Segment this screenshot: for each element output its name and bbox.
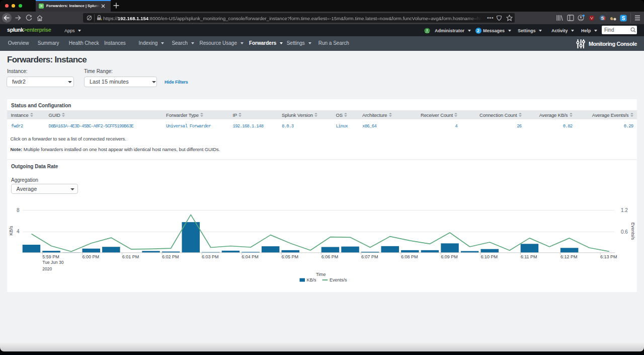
svg-text:Events/s: Events/s bbox=[630, 223, 635, 240]
svg-text:6:00 PM: 6:00 PM bbox=[83, 254, 100, 259]
svg-text:6:13 PM: 6:13 PM bbox=[600, 254, 617, 259]
svg-text:Time: Time bbox=[316, 272, 326, 277]
svg-text:0.6: 0.6 bbox=[621, 229, 628, 235]
svg-text:5:59 PM: 5:59 PM bbox=[42, 254, 59, 259]
svg-text:6:02 PM: 6:02 PM bbox=[162, 254, 179, 259]
svg-text:1.2: 1.2 bbox=[621, 207, 628, 213]
svg-text:Tue Jun 30: Tue Jun 30 bbox=[42, 260, 63, 265]
svg-text:6:12 PM: 6:12 PM bbox=[560, 254, 578, 259]
svg-text:6:07 PM: 6:07 PM bbox=[361, 254, 378, 259]
svg-text:6:05 PM: 6:05 PM bbox=[282, 254, 299, 259]
svg-text:6:09 PM: 6:09 PM bbox=[441, 254, 458, 259]
svg-text:4: 4 bbox=[17, 229, 20, 234]
svg-text:8: 8 bbox=[17, 207, 20, 213]
svg-text:KB/s: KB/s bbox=[307, 277, 317, 282]
svg-text:S: S bbox=[622, 15, 625, 21]
svg-text:S: S bbox=[601, 16, 604, 21]
svg-text:6:01 PM: 6:01 PM bbox=[122, 254, 139, 259]
svg-text:6:11 PM: 6:11 PM bbox=[521, 254, 537, 259]
svg-text:6:08 PM: 6:08 PM bbox=[401, 254, 418, 259]
svg-text:2020: 2020 bbox=[42, 266, 52, 271]
svg-text:6:03 PM: 6:03 PM bbox=[202, 254, 219, 259]
svg-text:Events/s: Events/s bbox=[330, 277, 347, 282]
svg-text:6:04 PM: 6:04 PM bbox=[242, 254, 259, 259]
svg-text:KB/s: KB/s bbox=[9, 226, 14, 236]
svg-text:6:06 PM: 6:06 PM bbox=[321, 254, 339, 259]
svg-text:6:10 PM: 6:10 PM bbox=[481, 254, 498, 259]
